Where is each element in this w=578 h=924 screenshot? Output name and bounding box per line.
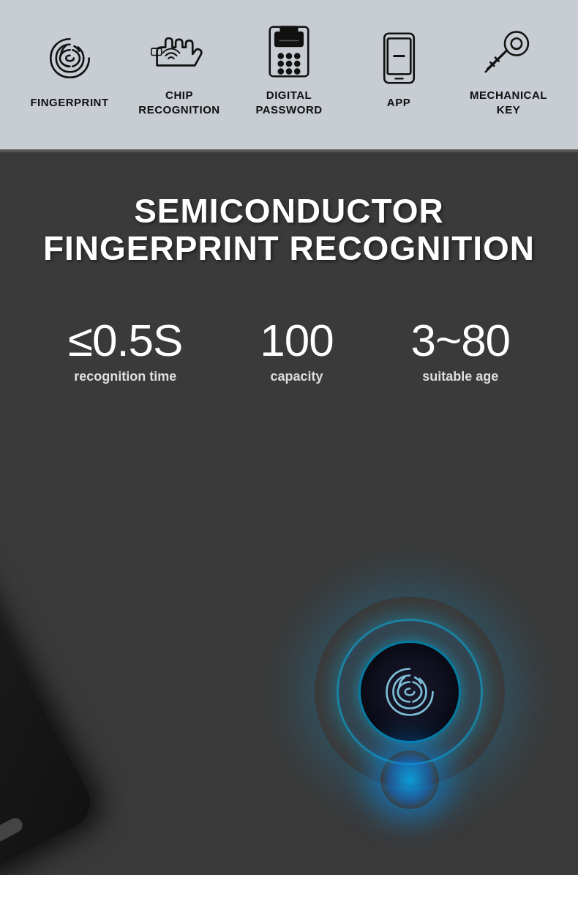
keypad-icon [263,22,315,81]
stat-label-age: suitable age [422,369,498,384]
stats-row: ≤0.5S recognition time 100 capacity 3~80… [0,288,578,399]
feature-fingerprint: FINGERPRINT [15,29,124,110]
device-area: 1 2 3 4 5 ⌂ 6 7 8 ∞ 9 * 0 # [0,399,578,875]
svg-point-4 [279,53,283,58]
stat-label-time: recognition time [74,369,176,384]
svg-point-11 [287,69,291,73]
bottom-section: SEMICONDUCTOR FINGERPRINT RECOGNITION ≤0… [0,152,578,875]
main-title: SEMICONDUCTOR FINGERPRINT RECOGNITION [0,152,578,288]
feature-key: MECHANICAL KEY [454,22,563,116]
svg-rect-13 [281,26,298,31]
svg-rect-14 [384,34,414,83]
svg-point-8 [287,62,291,66]
key-label: MECHANICAL KEY [470,88,547,116]
svg-point-7 [279,62,283,66]
svg-point-6 [295,53,299,58]
scanner-glow-bottom [380,750,439,809]
app-label: APP [387,95,410,110]
password-label: DIGITAL PASSWORD [255,88,322,116]
stat-value-age: 3~80 [410,318,510,363]
svg-point-10 [279,69,283,73]
stat-label-capacity: capacity [270,369,323,384]
svg-point-9 [295,62,299,66]
svg-point-19 [511,38,522,49]
feature-chip: CHIP RECOGNITION [124,22,234,116]
scanner-center [359,641,461,743]
stat-age: 3~80 suitable age [410,318,510,384]
feature-app: APP [344,29,454,110]
stat-recognition-time: ≤0.5S recognition time [68,318,183,384]
stat-value-time: ≤0.5S [68,318,183,363]
svg-point-12 [295,69,299,73]
svg-rect-2 [275,32,303,46]
fingerprint-label: FINGERPRINT [30,95,108,110]
key-icon [479,22,538,81]
phone-icon [379,29,419,88]
chip-label: CHIP RECOGNITION [138,88,219,116]
svg-point-18 [505,31,528,55]
top-section: FINGERPRINT CHIP RECOGNITION [0,0,578,149]
svg-point-5 [287,53,291,58]
chip-icon [149,22,211,81]
stat-capacity: 100 capacity [260,318,333,384]
stat-value-capacity: 100 [260,318,333,363]
fingerprint-icon [42,29,97,88]
feature-password: DIGITAL PASSWORD [234,22,344,116]
features-row: FINGERPRINT CHIP RECOGNITION [15,22,563,116]
fingerprint-scanner-glow [315,597,505,787]
